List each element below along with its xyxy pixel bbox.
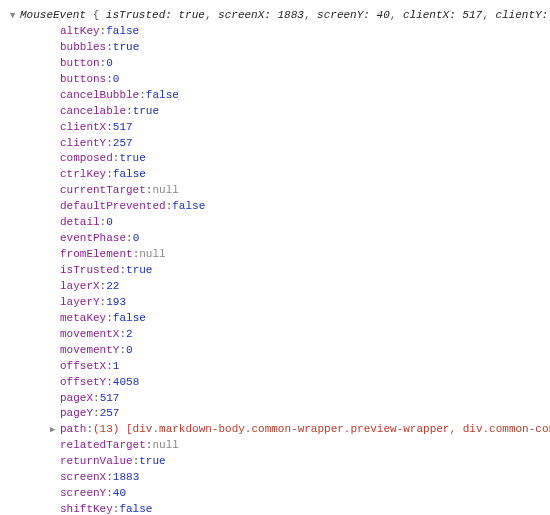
property-list: altKey: falsebubbles: truebutton: 0butto… [10,24,540,515]
colon-separator: : [86,422,93,438]
property-key: button [60,56,100,72]
property-value: null [152,438,178,454]
property-value: 1883 [113,470,139,486]
colon-separator: : [100,295,107,311]
colon-separator: : [119,343,126,359]
colon-separator: : [106,40,113,56]
property-key: screenX [60,470,106,486]
property-key: fromElement [60,247,133,263]
object-type: MouseEvent [20,9,86,21]
property-key: pageY [60,406,93,422]
property-key: layerX [60,279,100,295]
property-row: cancelable: true [30,104,540,120]
property-key: shiftKey [60,502,113,515]
property-value: null [152,183,178,199]
property-row: eventPhase: 0 [30,231,540,247]
colon-separator: : [106,470,113,486]
colon-separator: : [119,263,126,279]
property-value: null [139,247,165,263]
property-key: returnValue [60,454,133,470]
property-row: defaultPrevented: false [30,199,540,215]
property-key: screenY [60,486,106,502]
colon-separator: : [100,56,107,72]
property-key: clientY [60,136,106,152]
property-key: movementY [60,343,119,359]
property-key: detail [60,215,100,231]
property-value: 0 [126,343,133,359]
property-value: 40 [113,486,126,502]
property-value: 22 [106,279,119,295]
colon-separator: : [100,24,107,40]
property-row: clientY: 257 [30,136,540,152]
property-row: movementY: 0 [30,343,540,359]
colon-separator: : [139,88,146,104]
property-value: true [139,454,165,470]
property-value: 0 [106,215,113,231]
property-value: 517 [113,120,133,136]
property-key: ctrlKey [60,167,106,183]
property-value: 0 [133,231,140,247]
property-key: eventPhase [60,231,126,247]
property-key: metaKey [60,311,106,327]
property-value: 2 [126,327,133,343]
property-value: true [119,151,145,167]
property-row: bubbles: true [30,40,540,56]
property-key: relatedTarget [60,438,146,454]
colon-separator: : [126,231,133,247]
property-value: false [172,199,205,215]
property-row: pageY: 257 [30,406,540,422]
property-row[interactable]: ▶path: (13) [div.markdown-body.common-wr… [30,422,540,438]
property-value: 1 [113,359,120,375]
property-value: 0 [106,56,113,72]
colon-separator: : [106,167,113,183]
property-key: clientX [60,120,106,136]
property-row: clientX: 517 [30,120,540,136]
expand-right-icon[interactable]: ▶ [50,424,60,437]
property-key: altKey [60,24,100,40]
property-key: defaultPrevented [60,199,166,215]
object-header[interactable]: ▼ MouseEvent { isTrusted: true, screenX:… [10,8,540,24]
colon-separator: : [106,486,113,502]
property-row: ctrlKey: false [30,167,540,183]
colon-separator: : [106,72,113,88]
colon-separator: : [106,120,113,136]
property-value: true [113,40,139,56]
property-row: screenX: 1883 [30,470,540,486]
brace-open: { [93,9,100,21]
colon-separator: : [133,247,140,263]
property-row: relatedTarget: null [30,438,540,454]
property-row: offsetX: 1 [30,359,540,375]
property-row: pageX: 517 [30,391,540,407]
property-row: cancelBubble: false [30,88,540,104]
property-key: bubbles [60,40,106,56]
property-row: currentTarget: null [30,183,540,199]
property-key: layerY [60,295,100,311]
expand-down-icon[interactable]: ▼ [10,10,20,23]
property-row: offsetY: 4058 [30,375,540,391]
property-row: movementX: 2 [30,327,540,343]
property-row: screenY: 40 [30,486,540,502]
colon-separator: : [133,454,140,470]
property-row: isTrusted: true [30,263,540,279]
property-value: 193 [106,295,126,311]
property-row: returnValue: true [30,454,540,470]
colon-separator: : [106,311,113,327]
property-row: fromElement: null [30,247,540,263]
property-row: composed: true [30,151,540,167]
colon-separator: : [166,199,173,215]
colon-separator: : [113,151,120,167]
colon-separator: : [146,438,153,454]
property-value: 257 [113,136,133,152]
property-value: 517 [100,391,120,407]
colon-separator: : [100,215,107,231]
property-key: movementX [60,327,119,343]
colon-separator: : [93,406,100,422]
object-preview: isTrusted: true, screenX: 1883, screenY:… [106,9,550,21]
colon-separator: : [93,391,100,407]
colon-separator: : [146,183,153,199]
property-value: 257 [100,406,120,422]
colon-separator: : [106,375,113,391]
property-row: shiftKey: false [30,502,540,515]
property-value: 0 [113,72,120,88]
colon-separator: : [119,327,126,343]
